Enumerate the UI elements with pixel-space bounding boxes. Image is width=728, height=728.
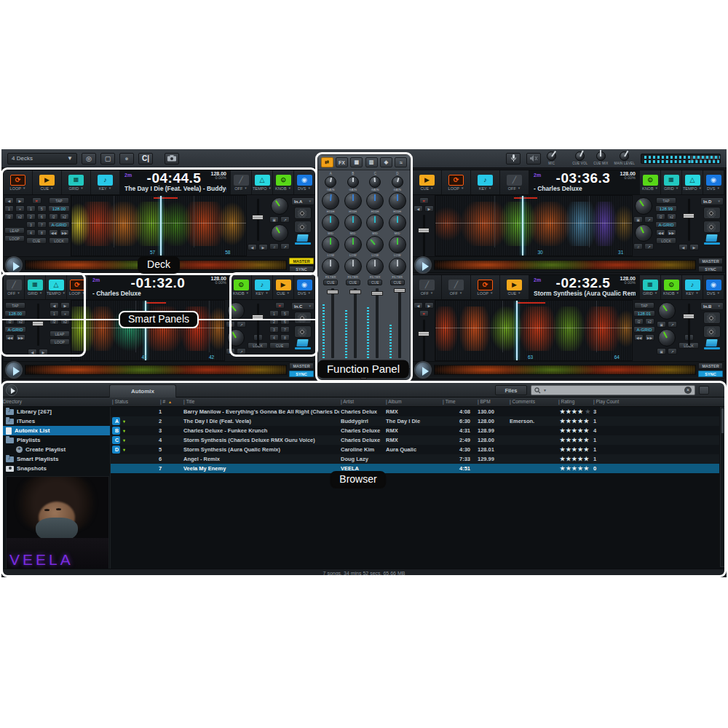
deck-b-tempo-toggle[interactable]: △TEMPO▼ — [682, 170, 703, 194]
deck-b-cue-toggle[interactable]: ▶CUE▼ — [413, 170, 442, 194]
col-num[interactable]: | # ▲ — [157, 397, 182, 406]
rating-stars[interactable]: ★★★★★ — [557, 427, 592, 434]
deck-b-loop-toggle[interactable]: ⟳LOOP▼ — [442, 170, 471, 194]
faders-tab-icon[interactable]: ▥ — [365, 157, 378, 167]
half-button[interactable]: /2 — [656, 213, 665, 220]
search-box[interactable]: ▼ × — [531, 385, 695, 395]
turntable-icon[interactable] — [294, 312, 312, 324]
deck-c-grid-toggle[interactable]: ▦GRID▼ — [25, 275, 46, 299]
main-level-knob[interactable]: MAIN LEVEL — [614, 151, 635, 165]
turntable-icon[interactable] — [294, 221, 312, 233]
double-button[interactable]: x2 — [15, 213, 25, 220]
next-button[interactable]: ▶ — [258, 244, 268, 250]
sync-button[interactable]: SYNC — [698, 266, 723, 272]
col-play-count[interactable]: | Play Count — [592, 397, 727, 406]
table-row[interactable]: A▾ 2The Day I Die (Feat. Veela)Buddygirr… — [111, 416, 719, 426]
cue-button[interactable]: CUE — [26, 237, 47, 244]
knob-assign-button[interactable]: ↗ — [644, 243, 654, 250]
channel-cue-button[interactable]: CUE — [368, 280, 382, 285]
gain-knob[interactable] — [325, 176, 336, 188]
mic-knob[interactable]: MIC — [547, 151, 556, 165]
rating-stars[interactable]: ★★★★★ — [557, 465, 592, 472]
loop-size[interactable]: 1 — [50, 310, 59, 317]
col-rating[interactable]: | Rating — [557, 397, 592, 406]
fx-knob[interactable] — [227, 329, 245, 347]
input-select[interactable]: In.C▼ — [291, 302, 314, 310]
knob-assign-button[interactable]: ↗ — [280, 243, 290, 250]
cue-vol-knob[interactable]: CUE VOL — [572, 151, 587, 165]
deck-a-overview-waveform[interactable] — [25, 260, 287, 270]
next-button[interactable]: ▶ — [424, 205, 434, 212]
sampler-tab-icon[interactable]: ▦ — [350, 157, 363, 167]
fx-tab-icon[interactable]: FX — [336, 157, 348, 167]
tempo-fader[interactable] — [251, 197, 264, 242]
gain-knob[interactable] — [347, 176, 359, 188]
rewind-button[interactable]: ◀◀ — [5, 334, 15, 341]
filter-knob[interactable] — [389, 258, 406, 275]
hotcue-3[interactable]: 3 — [26, 221, 36, 228]
preview-play-button[interactable] — [6, 384, 17, 396]
rating-stars[interactable]: ★★★★★ — [557, 418, 592, 424]
knob-mode-button[interactable]: ▣ — [657, 348, 666, 355]
knob-assign-button[interactable]: ↗ — [668, 348, 677, 355]
deck-c-tempo-toggle[interactable]: △TEMPO▼ — [46, 275, 67, 299]
note-button[interactable]: ♫ — [269, 243, 279, 250]
deck-b-off-toggle[interactable]: ╱OFF▼ — [500, 170, 529, 194]
curve-tab-icon[interactable]: ≈ — [395, 157, 407, 167]
tap-button[interactable]: TAP — [634, 302, 654, 309]
deck-a-loop-toggle[interactable]: ⟳LOOP▼ — [4, 170, 33, 194]
deck-d-key-toggle[interactable]: ♪KEY▼ — [682, 275, 703, 299]
knob-assign-button[interactable]: ↗ — [280, 216, 290, 223]
hotcue-1[interactable]: 1 — [269, 310, 279, 317]
col-title[interactable]: | Title — [182, 397, 339, 406]
record-dot-icon[interactable]: ● — [119, 153, 134, 165]
hotcue-6[interactable]: 6 — [37, 213, 47, 220]
deck-d-knob-toggle[interactable]: ⊙KNOB▼ — [661, 275, 682, 299]
tap-button[interactable]: TAP — [656, 197, 676, 204]
deck-b-overview-waveform[interactable] — [434, 260, 696, 270]
crossfader[interactable] — [318, 368, 410, 379]
play-button[interactable] — [5, 256, 23, 274]
knob-mode-button[interactable]: ▣ — [633, 216, 643, 223]
mid-knob[interactable] — [322, 214, 339, 232]
play-button[interactable] — [414, 256, 432, 274]
mini-fader[interactable] — [417, 318, 430, 350]
filter-knob[interactable] — [366, 258, 384, 275]
deck-b-dvs-toggle[interactable]: ◉DVS▼ — [703, 170, 724, 194]
lock-button[interactable]: LOCK — [49, 237, 69, 244]
fullscreen-icon[interactable]: ▢ — [100, 153, 115, 165]
delete-cue-icon[interactable]: × — [419, 310, 429, 317]
half-button[interactable]: /2 — [5, 318, 15, 325]
app-logo-badge[interactable]: C| — [138, 153, 153, 165]
hotcue-4[interactable]: 4 — [269, 334, 279, 341]
deck-mode-select[interactable]: 4 Decks▼ — [7, 153, 77, 165]
next-button[interactable]: ▶ — [424, 302, 434, 309]
high-knob[interactable] — [322, 192, 339, 210]
col-time[interactable]: | Time — [441, 397, 476, 406]
rating-stars[interactable]: ★★★★★ — [557, 408, 592, 415]
clear-search-icon[interactable]: × — [684, 387, 692, 394]
half-button[interactable]: /2 — [50, 318, 59, 325]
fx-knob[interactable] — [658, 302, 676, 320]
col-artist[interactable]: | Artist — [339, 397, 384, 406]
table-row[interactable]: 6Angel - RemixDoug Lazy 7:33129.99 ★★★★★… — [111, 454, 719, 464]
hotcue-2[interactable]: 2 — [26, 213, 36, 220]
fx-knob[interactable] — [271, 224, 288, 242]
rating-stars[interactable]: ★★★★★ — [557, 437, 592, 443]
next-button[interactable]: ▶ — [39, 349, 48, 355]
deck-d-overview-waveform[interactable] — [434, 365, 696, 375]
channel-cue-button[interactable]: CUE — [346, 280, 360, 285]
leap-button[interactable]: LEAP — [4, 227, 25, 234]
hotcue-7[interactable]: 7 — [37, 221, 47, 228]
channel-fader-c[interactable] — [366, 287, 384, 368]
half-button[interactable]: /2 — [634, 318, 644, 325]
channel-fader-d[interactable] — [389, 287, 406, 368]
agrid-button[interactable]: A-GRID — [4, 326, 26, 333]
hotcue-3[interactable]: 3 — [269, 326, 279, 333]
low-knob[interactable] — [389, 236, 406, 253]
cue-mix-knob[interactable]: CUE MIX — [593, 151, 608, 165]
record-icon[interactable]: ◎ — [82, 153, 96, 165]
tap-button[interactable]: TAP — [49, 197, 69, 204]
mid-knob[interactable] — [344, 214, 362, 232]
deck-a-tempo-toggle[interactable]: △TEMPO▼ — [252, 170, 273, 194]
